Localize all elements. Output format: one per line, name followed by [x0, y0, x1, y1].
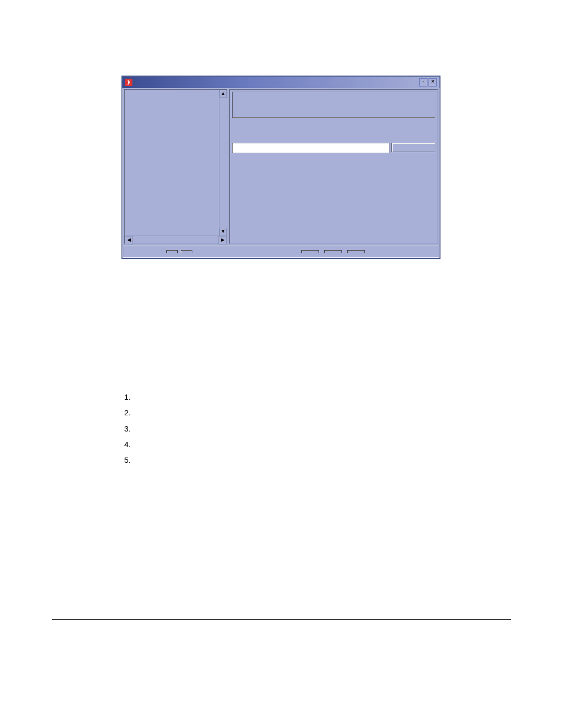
vertical-scrollbar[interactable]: ▲ ▼ — [219, 90, 227, 236]
scroll-up-icon[interactable]: ▲ — [219, 90, 227, 98]
scroll-down-icon[interactable]: ▼ — [219, 228, 227, 236]
figure-caption — [121, 276, 131, 285]
stop-server-button — [181, 250, 192, 253]
tree-pane: ▲ ▼ ◀ ▶ — [124, 89, 227, 244]
minimize-icon[interactable]: ▫ — [419, 78, 427, 87]
start-server-button[interactable] — [166, 250, 178, 253]
config-tool-window: ⟫ ▫ ✕ ▲ ▼ ◀ ▶ — [121, 76, 440, 259]
window-titlebar[interactable]: ⟫ ▫ ✕ — [123, 77, 439, 88]
cancel-button[interactable] — [324, 250, 342, 253]
step-1 — [133, 392, 467, 402]
app-icon: ⟫ — [125, 79, 132, 86]
step-3 — [133, 424, 467, 434]
page: ⟫ ▫ ✕ ▲ ▼ ◀ ▶ — [0, 0, 563, 728]
select-file-button[interactable] — [391, 143, 435, 152]
step-5 — [133, 455, 467, 465]
info-message — [232, 92, 435, 118]
horizontal-scrollbar[interactable]: ◀ ▶ — [125, 236, 227, 243]
button-bar — [123, 245, 439, 258]
step-4 — [133, 439, 467, 450]
step-2 — [133, 408, 467, 418]
page-footer — [52, 619, 511, 622]
window-controls: ▫ ✕ — [419, 78, 437, 87]
scroll-left-icon[interactable]: ◀ — [125, 236, 133, 244]
xmldump-path-input[interactable] — [232, 143, 389, 153]
apply-button[interactable] — [301, 250, 319, 253]
procedure-steps — [121, 392, 467, 471]
close-icon[interactable]: ✕ — [429, 78, 437, 87]
content-pane — [229, 89, 438, 244]
exit-button[interactable] — [347, 250, 365, 253]
scroll-right-icon[interactable]: ▶ — [218, 236, 227, 244]
